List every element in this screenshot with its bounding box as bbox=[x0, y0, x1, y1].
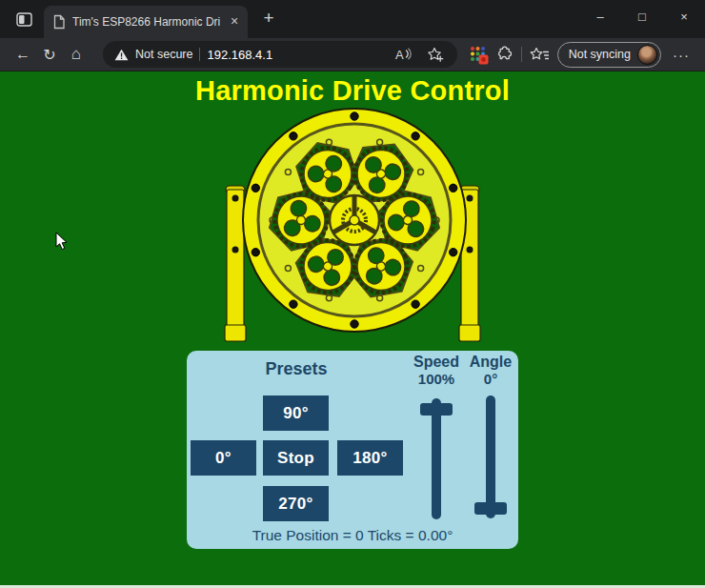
star-plus-icon bbox=[427, 47, 444, 63]
refresh-button[interactable]: ↻ bbox=[36, 42, 63, 67]
extensions-puzzle-icon bbox=[494, 46, 513, 64]
preset-270-button[interactable]: 270° bbox=[263, 486, 329, 521]
profile-avatar bbox=[637, 45, 657, 65]
close-button[interactable]: × bbox=[663, 0, 705, 32]
address-bar[interactable]: Not secure 192.168.4.1 A bbox=[103, 41, 457, 68]
settings-more-button[interactable]: ··· bbox=[667, 47, 695, 63]
toolbar-divider bbox=[521, 47, 522, 62]
speed-value: 100% bbox=[406, 371, 467, 387]
control-panel: Presets 90° 0° Stop 180° 270° Speed 100%… bbox=[187, 351, 518, 549]
page-favicon-icon bbox=[52, 14, 66, 30]
mouse-cursor bbox=[55, 232, 69, 251]
browser-toolbar: ← ↻ ⌂ Not secure 192.168.4.1 A bbox=[0, 38, 705, 71]
read-aloud-icon: A bbox=[394, 47, 413, 62]
angle-slider-track[interactable] bbox=[486, 395, 495, 518]
web-page: Harmonic Drive Control bbox=[0, 71, 705, 588]
angle-value: 0° bbox=[460, 371, 521, 387]
browser-window: Tim's ESP8266 Harmonic Drive C × + – □ ×… bbox=[0, 0, 705, 588]
angle-label: Angle bbox=[460, 354, 521, 371]
workspaces-icon bbox=[16, 12, 32, 27]
maximize-button[interactable]: □ bbox=[621, 0, 663, 32]
center-hub-gear bbox=[330, 195, 379, 245]
home-button[interactable]: ⌂ bbox=[63, 42, 90, 67]
page-title: Harmonic Drive Control bbox=[0, 75, 705, 107]
speed-label: Speed bbox=[406, 354, 467, 371]
preset-0-button[interactable]: 0° bbox=[191, 440, 256, 476]
speed-slider-track[interactable] bbox=[432, 398, 441, 519]
browser-tab[interactable]: Tim's ESP8266 Harmonic Drive C × bbox=[44, 6, 248, 38]
stop-button[interactable]: Stop bbox=[263, 440, 329, 476]
tab-close-button[interactable]: × bbox=[227, 14, 242, 30]
presets-label: Presets bbox=[187, 359, 406, 379]
svg-text:A: A bbox=[395, 48, 404, 62]
new-tab-button[interactable]: + bbox=[257, 8, 280, 30]
extension-colorful-button[interactable] bbox=[467, 42, 492, 67]
minimize-button[interactable]: – bbox=[579, 0, 621, 32]
address-divider bbox=[199, 48, 200, 61]
read-aloud-button[interactable]: A bbox=[392, 42, 416, 67]
extensions-button[interactable] bbox=[492, 42, 516, 67]
tab-strip: Tim's ESP8266 Harmonic Drive C × + – □ × bbox=[0, 0, 705, 38]
not-secure-warning-icon bbox=[114, 49, 129, 61]
sync-status-label: Not syncing bbox=[569, 48, 631, 61]
colorful-grid-extension-icon bbox=[469, 45, 489, 65]
true-position-status: True Position = 0 Ticks = 0.00° bbox=[187, 527, 518, 544]
url-text: 192.168.4.1 bbox=[207, 48, 272, 62]
favorites-button[interactable] bbox=[527, 42, 552, 67]
angle-slider-thumb[interactable] bbox=[474, 502, 507, 515]
security-label: Not secure bbox=[135, 48, 192, 61]
harmonic-drive-image bbox=[219, 106, 486, 346]
harmonic-drive-gears-illustration bbox=[219, 106, 486, 346]
favorites-star-list-icon bbox=[530, 47, 549, 63]
tab-actions-menu-button[interactable] bbox=[8, 5, 40, 33]
back-button[interactable]: ← bbox=[10, 42, 36, 67]
window-controls: – □ × bbox=[579, 0, 705, 32]
favorite-this-page-button[interactable] bbox=[423, 42, 448, 67]
preset-180-button[interactable]: 180° bbox=[337, 440, 403, 476]
speed-slider-thumb[interactable] bbox=[420, 403, 453, 416]
profile-button[interactable]: Not syncing bbox=[557, 42, 661, 68]
preset-90-button[interactable]: 90° bbox=[263, 395, 329, 431]
tab-title: Tim's ESP8266 Harmonic Drive C bbox=[72, 15, 220, 29]
